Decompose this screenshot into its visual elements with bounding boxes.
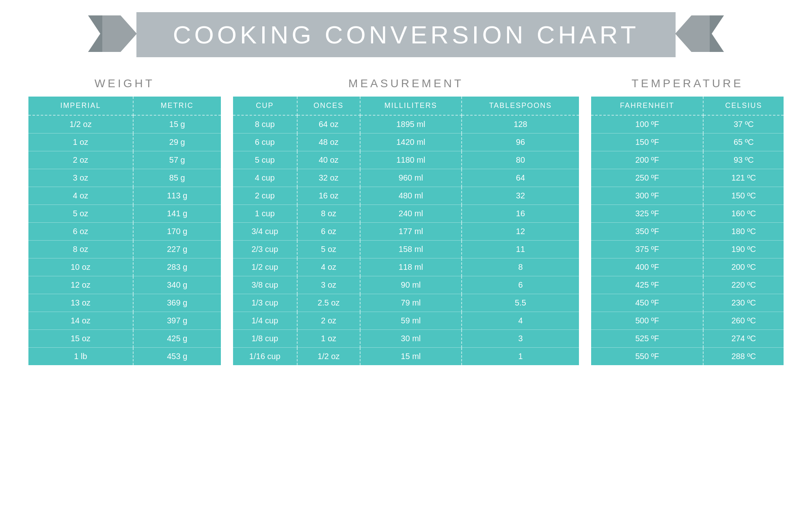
table-cell: 8 oz [28,241,133,258]
table-cell: 6 cup [233,133,297,151]
table-row: 100 ºF37 ºC [591,115,784,133]
weight-col-metric: METRIC [133,97,221,115]
table-cell: 141 g [133,205,221,223]
table-cell: 230 ºC [703,294,784,312]
table-cell: 16 oz [297,187,360,205]
table-cell: 13 oz [28,294,133,312]
table-cell: 250 ºF [591,169,703,187]
table-row: 5 oz141 g [28,205,221,223]
table-cell: 1/16 cup [233,348,297,366]
table-cell: 340 g [133,276,221,294]
table-row: 550 ºF288 ºC [591,348,784,366]
table-row: 5 cup40 oz1180 ml80 [233,151,579,169]
table-cell: 8 oz [297,205,360,223]
table-cell: 4 oz [297,258,360,276]
table-cell: 90 ml [360,276,462,294]
ribbon-left-decoration [88,15,137,52]
table-cell: 4 oz [28,187,133,205]
table-cell: 12 oz [28,276,133,294]
table-cell: 325 ºF [591,205,703,223]
table-cell: 960 ml [360,169,462,187]
table-cell: 85 g [133,169,221,187]
table-cell: 227 g [133,241,221,258]
table-row: 6 cup48 oz1420 ml96 [233,133,579,151]
table-cell: 5 oz [28,205,133,223]
table-cell: 550 ºF [591,348,703,366]
banner-container: COOKING CONVERSION CHART [16,8,796,61]
table-cell: 150 ºC [703,187,784,205]
table-cell: 8 cup [233,115,297,133]
table-cell: 2 oz [28,151,133,169]
table-cell: 400 ºF [591,258,703,276]
table-cell: 6 oz [28,223,133,241]
weight-table: IMPERIAL METRIC 1/2 oz15 g1 oz29 g2 oz57… [28,97,221,365]
table-row: 8 oz227 g [28,241,221,258]
table-cell: 480 ml [360,187,462,205]
table-cell: 6 oz [297,223,360,241]
table-cell: 100 ºF [591,115,703,133]
table-row: 8 cup64 oz1895 ml128 [233,115,579,133]
table-cell: 3 oz [297,276,360,294]
temperature-section: TEMPERATURE FAHRENHEIT CELSIUS 100 ºF37 … [591,77,784,365]
measurement-table: CUP ONCES MILLILITERS TABLESPOONS 8 cup6… [233,97,579,365]
ribbon-body: COOKING CONVERSION CHART [136,12,676,57]
meas-col-ml: MILLILITERS [360,97,462,115]
table-cell: 1/4 cup [233,312,297,330]
table-row: 1/2 oz15 g [28,115,221,133]
table-cell: 525 ºF [591,330,703,348]
table-cell: 200 ºC [703,258,784,276]
table-cell: 14 oz [28,312,133,330]
meas-col-cup: CUP [233,97,297,115]
temperature-title: TEMPERATURE [591,77,784,90]
table-row: 300 ºF150 ºC [591,187,784,205]
table-row: 150 ºF65 ºC [591,133,784,151]
table-cell: 453 g [133,348,221,366]
table-row: 450 ºF230 ºC [591,294,784,312]
table-cell: 15 oz [28,330,133,348]
page-wrapper: COOKING CONVERSION CHART WEIGHT IMPERIAL… [0,0,812,381]
table-row: 2 cup16 oz480 ml32 [233,187,579,205]
table-cell: 10 oz [28,258,133,276]
banner-title: COOKING CONVERSION CHART [173,21,639,49]
table-row: 4 oz113 g [28,187,221,205]
table-row: 350 ºF180 ºC [591,223,784,241]
table-cell: 3 oz [28,169,133,187]
table-cell: 8 [462,258,579,276]
table-cell: 80 [462,151,579,169]
table-row: 425 ºF220 ºC [591,276,784,294]
table-cell: 1 oz [28,133,133,151]
table-cell: 15 g [133,115,221,133]
meas-col-tbsp: TABLESPOONS [462,97,579,115]
table-cell: 240 ml [360,205,462,223]
table-cell: 128 [462,115,579,133]
table-cell: 29 g [133,133,221,151]
weight-section: WEIGHT IMPERIAL METRIC 1/2 oz15 g1 oz29 … [28,77,221,365]
table-cell: 2 cup [233,187,297,205]
table-cell: 450 ºF [591,294,703,312]
table-row: 1 cup8 oz240 ml16 [233,205,579,223]
weight-title: WEIGHT [28,77,221,90]
table-row: 12 oz340 g [28,276,221,294]
table-cell: 113 g [133,187,221,205]
table-cell: 180 ºC [703,223,784,241]
table-row: 10 oz283 g [28,258,221,276]
table-cell: 190 ºC [703,241,784,258]
table-cell: 6 [462,276,579,294]
table-row: 13 oz369 g [28,294,221,312]
table-row: 200 ºF93 ºC [591,151,784,169]
table-cell: 4 [462,312,579,330]
table-cell: 15 ml [360,348,462,366]
table-cell: 2 oz [297,312,360,330]
table-row: 525 ºF274 ºC [591,330,784,348]
table-cell: 30 ml [360,330,462,348]
table-cell: 64 oz [297,115,360,133]
table-cell: 425 g [133,330,221,348]
ribbon-right-decoration [675,15,724,52]
table-cell: 3 [462,330,579,348]
measurement-title: MEASUREMENT [233,77,579,90]
table-cell: 37 ºC [703,115,784,133]
table-cell: 1/3 cup [233,294,297,312]
table-cell: 2/3 cup [233,241,297,258]
table-row: 250 ºF121 ºC [591,169,784,187]
table-cell: 93 ºC [703,151,784,169]
